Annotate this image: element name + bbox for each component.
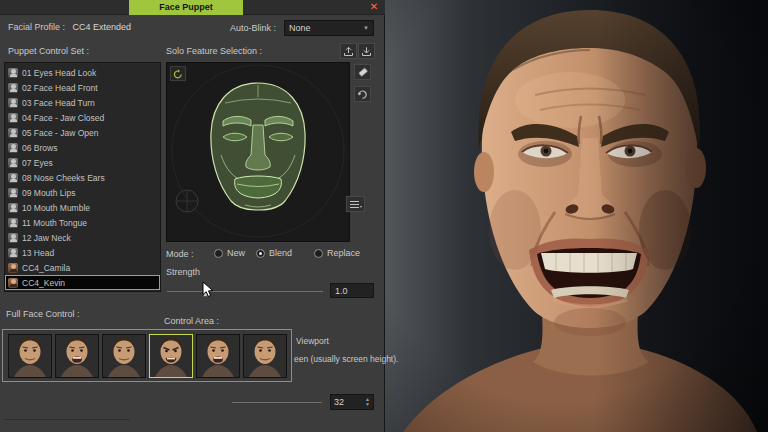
eraser-button[interactable] bbox=[354, 64, 371, 80]
face-feature-map[interactable] bbox=[166, 62, 350, 242]
control-area-label: Control Area : bbox=[164, 316, 219, 326]
avatar-icon bbox=[8, 278, 18, 288]
mode-option-label: Blend bbox=[269, 248, 292, 258]
auto-blink-label: Auto-Blink : bbox=[230, 23, 276, 33]
strength-value-field[interactable]: 1.0 bbox=[330, 283, 374, 298]
reset-view-button[interactable] bbox=[170, 66, 186, 81]
list-item-label: 11 Mouth Tongue bbox=[22, 218, 87, 228]
eraser-icon bbox=[357, 66, 369, 78]
list-item[interactable]: 01 Eyes Head Look bbox=[5, 65, 160, 80]
face-wireframe bbox=[167, 63, 349, 241]
expression-thumbnail[interactable] bbox=[55, 334, 99, 378]
auto-blink-dropdown[interactable]: None ▼ bbox=[284, 20, 374, 36]
radio-icon bbox=[256, 249, 265, 258]
list-item-label: 06 Brows bbox=[22, 143, 57, 153]
control-set-icon bbox=[8, 98, 18, 108]
control-set-icon bbox=[8, 158, 18, 168]
list-item-label: 03 Face Head Turn bbox=[22, 98, 95, 108]
control-set-icon bbox=[8, 188, 18, 198]
expression-thumbnail-strip bbox=[2, 329, 292, 382]
mode-radio-new[interactable]: New bbox=[214, 248, 245, 258]
list-item-label: 13 Head bbox=[22, 248, 54, 258]
list-item[interactable]: 09 Mouth Lips bbox=[5, 185, 160, 200]
rotate-reset-icon bbox=[173, 69, 183, 79]
list-item[interactable]: 08 Nose Cheeks Ears bbox=[5, 170, 160, 185]
mode-radio-replace[interactable]: Replace bbox=[314, 248, 360, 258]
list-item[interactable]: 13 Head bbox=[5, 245, 160, 260]
list-item[interactable]: 11 Mouth Tongue bbox=[5, 215, 160, 230]
expression-thumbnail-selected[interactable] bbox=[149, 334, 193, 378]
radio-icon bbox=[314, 249, 323, 258]
control-set-icon bbox=[8, 143, 18, 153]
facial-profile-value: CC4 Extended bbox=[73, 22, 132, 32]
chevron-down-icon: ▼ bbox=[363, 25, 369, 31]
list-item-label: CC4_Camila bbox=[22, 263, 70, 273]
list-item-label: 01 Eyes Head Look bbox=[22, 68, 96, 78]
list-item[interactable]: 06 Brows bbox=[5, 140, 160, 155]
save-expression-button[interactable] bbox=[340, 43, 357, 59]
list-item-label: 02 Face Head Front bbox=[22, 83, 98, 93]
expression-thumbnail[interactable] bbox=[8, 334, 52, 378]
strength-slider-handle[interactable] bbox=[203, 286, 208, 297]
expression-thumbnail[interactable] bbox=[102, 334, 146, 378]
control-area-option-text: een (usually screen height). bbox=[294, 354, 398, 364]
mode-option-label: New bbox=[227, 248, 245, 258]
list-item[interactable]: CC4_Camila bbox=[5, 260, 160, 275]
radio-icon bbox=[214, 249, 223, 258]
load-expression-button[interactable] bbox=[358, 43, 375, 59]
control-set-icon bbox=[8, 128, 18, 138]
size-spinner[interactable]: 32 ▲ ▼ bbox=[330, 394, 374, 410]
export-icon bbox=[343, 46, 354, 57]
control-set-icon bbox=[8, 233, 18, 243]
spinner-down-icon[interactable]: ▼ bbox=[365, 402, 370, 407]
strength-slider-track[interactable] bbox=[167, 291, 323, 292]
panel-titlebar[interactable]: Face Puppet ✕ bbox=[0, 0, 385, 15]
strength-label: Strength bbox=[166, 267, 200, 277]
control-set-icon bbox=[8, 248, 18, 258]
panel-title: Face Puppet bbox=[129, 0, 243, 15]
preset-list-button[interactable] bbox=[346, 196, 365, 212]
3d-viewport[interactable] bbox=[385, 0, 768, 432]
list-item-label: 12 Jaw Neck bbox=[22, 233, 71, 243]
list-item[interactable]: 07 Eyes bbox=[5, 155, 160, 170]
mode-radio-blend[interactable]: Blend bbox=[256, 248, 292, 258]
size-slider-track[interactable] bbox=[232, 402, 322, 403]
control-set-icon bbox=[8, 218, 18, 228]
rotate-icon bbox=[357, 89, 368, 100]
expression-thumbnail[interactable] bbox=[243, 334, 287, 378]
list-item[interactable]: 03 Face Head Turn bbox=[5, 95, 160, 110]
control-set-icon bbox=[8, 203, 18, 213]
avatar-icon bbox=[8, 263, 18, 273]
close-icon[interactable]: ✕ bbox=[368, 0, 380, 14]
list-item[interactable]: 05 Face - Jaw Open bbox=[5, 125, 160, 140]
control-set-icon bbox=[8, 173, 18, 183]
rotate-button[interactable] bbox=[354, 86, 371, 102]
face-puppet-panel: Face Puppet ✕ Facial Profile : CC4 Exten… bbox=[0, 0, 385, 432]
expression-thumbnail[interactable] bbox=[196, 334, 240, 378]
character-face-render bbox=[385, 0, 768, 432]
app-screen: Face Puppet ✕ Facial Profile : CC4 Exten… bbox=[0, 0, 768, 432]
mode-label: Mode : bbox=[166, 249, 194, 259]
list-item[interactable]: 10 Mouth Mumble bbox=[5, 200, 160, 215]
list-item-label: 05 Face - Jaw Open bbox=[22, 128, 99, 138]
full-face-control-label: Full Face Control : bbox=[6, 309, 80, 319]
list-item-label: 04 Face - Jaw Closed bbox=[22, 113, 104, 123]
divider bbox=[4, 419, 130, 420]
size-value: 32 bbox=[334, 397, 344, 407]
list-item-label: 09 Mouth Lips bbox=[22, 188, 75, 198]
list-item[interactable]: 02 Face Head Front bbox=[5, 80, 160, 95]
strength-value: 1.0 bbox=[335, 286, 348, 296]
control-area-option-text: Viewport bbox=[296, 336, 329, 346]
mode-option-label: Replace bbox=[327, 248, 360, 258]
puppet-control-set-label: Puppet Control Set : bbox=[8, 46, 89, 56]
facial-profile-label: Facial Profile : bbox=[8, 22, 65, 32]
list-item[interactable]: 12 Jaw Neck bbox=[5, 230, 160, 245]
list-item-label: 07 Eyes bbox=[22, 158, 53, 168]
import-icon bbox=[361, 46, 372, 57]
list-item-label: CC4_Kevin bbox=[22, 278, 65, 288]
auto-blink-value: None bbox=[289, 23, 311, 33]
list-item[interactable]: 04 Face - Jaw Closed bbox=[5, 110, 160, 125]
control-set-icon bbox=[8, 83, 18, 93]
control-set-icon bbox=[8, 68, 18, 78]
list-item-selected[interactable]: CC4_Kevin bbox=[5, 275, 160, 290]
